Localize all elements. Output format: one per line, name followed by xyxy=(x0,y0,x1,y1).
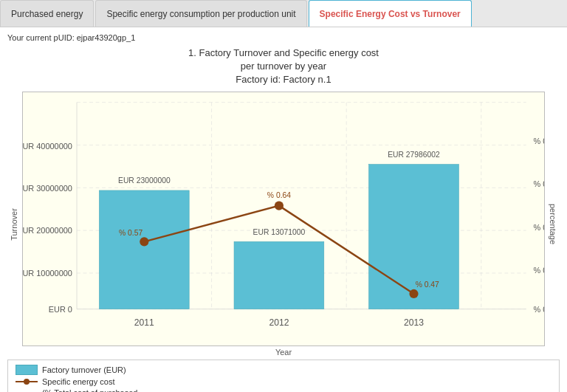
svg-text:% 0.74: % 0.74 xyxy=(533,179,544,188)
svg-text:EUR 27986002: EUR 27986002 xyxy=(388,150,440,158)
bar-2013 xyxy=(369,164,459,309)
svg-text:% 0.64: % 0.64 xyxy=(267,190,291,199)
x-axis-label: Year xyxy=(22,348,545,357)
y-axis-right-label: percentage xyxy=(546,92,560,357)
tab-purchased[interactable]: Purchased energy xyxy=(0,0,94,27)
point-2012 xyxy=(275,201,284,210)
chart-inner: EUR 0 EUR 10000000 EUR 20000000 EUR 3000… xyxy=(22,92,545,347)
chart-wrapper: Turnover xyxy=(7,92,560,357)
content-area: Your current pUID: ejpar43920gp_1 1. Fac… xyxy=(0,27,567,392)
point-2013 xyxy=(409,289,418,298)
puid-label: Your current pUID: ejpar43920gp_1 xyxy=(7,33,560,42)
legend-line-swatch xyxy=(16,376,38,387)
legend-bar-swatch xyxy=(16,365,38,375)
svg-text:EUR 23000000: EUR 23000000 xyxy=(118,176,171,185)
tab-specific[interactable]: Specific energy consumption per producti… xyxy=(95,0,306,27)
svg-text:EUR 0: EUR 0 xyxy=(49,305,72,314)
chart-svg: EUR 0 EUR 10000000 EUR 20000000 EUR 3000… xyxy=(23,92,544,346)
y-axis-left-label: Turnover xyxy=(7,92,21,357)
chart-area: EUR 0 EUR 10000000 EUR 20000000 EUR 3000… xyxy=(22,92,545,357)
tab-cost[interactable]: Specific Energy Cost vs Turnover xyxy=(309,0,472,27)
svg-text:EUR 30000000: EUR 30000000 xyxy=(23,184,72,193)
legend-line-item: Specific energy cost xyxy=(16,376,551,387)
legend-line-sub: (% Total cost of purchased xyxy=(42,388,551,392)
svg-text:EUR 10000000: EUR 10000000 xyxy=(23,268,72,277)
svg-text:EUR 20000000: EUR 20000000 xyxy=(23,226,72,235)
bar-2012 xyxy=(234,241,324,309)
svg-text:% 0.54: % 0.54 xyxy=(533,266,544,275)
svg-text:2012: 2012 xyxy=(269,317,289,327)
svg-text:2013: 2013 xyxy=(404,317,424,327)
svg-text:2011: 2011 xyxy=(134,317,154,327)
svg-text:EUR 13071000: EUR 13071000 xyxy=(253,227,306,235)
legend-line-label1: Specific energy cost xyxy=(42,377,114,386)
bar-2011 xyxy=(99,190,189,309)
legend-area: Factory turnover (EUR) Specific energy c… xyxy=(7,360,560,392)
legend-line-inner xyxy=(16,381,38,382)
svg-text:EUR 40000000: EUR 40000000 xyxy=(23,142,72,151)
main-container: Purchased energy Specific energy consump… xyxy=(0,0,567,392)
svg-text:% 0.47: % 0.47 xyxy=(416,281,439,289)
svg-text:% 0.44: % 0.44 xyxy=(533,305,544,314)
tab-bar: Purchased energy Specific energy consump… xyxy=(0,0,567,27)
legend-bar-item: Factory turnover (EUR) xyxy=(16,365,551,375)
chart-title: 1. Factory Turnover and Specific energy … xyxy=(7,47,560,87)
point-2011 xyxy=(140,237,148,246)
svg-text:% 0.84: % 0.84 xyxy=(533,136,544,145)
svg-text:% 0.64: % 0.64 xyxy=(533,222,544,231)
svg-text:% 0.57: % 0.57 xyxy=(119,228,142,236)
